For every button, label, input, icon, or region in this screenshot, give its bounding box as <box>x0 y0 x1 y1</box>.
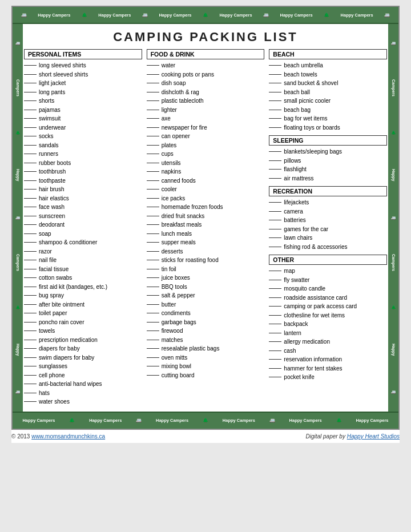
list-item: socks <box>24 132 142 141</box>
page-title: CAMPING PACKING LIST <box>24 24 387 49</box>
list-item: mosquito candle <box>269 285 387 293</box>
main-content: CAMPING PACKING LIST PERSONAL ITEMS long… <box>24 24 387 412</box>
top-border: 🚐 Happy Campers 🌲 Happy Campers 🚐 Happy … <box>13 7 398 24</box>
list-item: lantern <box>269 329 387 338</box>
list-item: toothbrush <box>24 168 142 176</box>
list-item: beach towels <box>269 71 387 79</box>
list-item: firewood <box>147 327 265 336</box>
list-item: backpack <box>269 320 387 329</box>
list-item: condiments <box>147 309 265 318</box>
list-item: beach ball <box>269 88 387 97</box>
list-item: allergy medication <box>269 338 387 346</box>
list-item: fly swatter <box>269 276 387 285</box>
list-item: homemade frozen foods <box>147 203 265 212</box>
list-item: toilet paper <box>24 309 142 318</box>
list-item: camping or park access card <box>269 303 387 311</box>
list-item: salt & pepper <box>147 292 265 300</box>
list-item: poncho rain cover <box>24 319 142 327</box>
border-camper-2: 🚐 <box>142 13 148 18</box>
list-item: after bite ointment <box>24 301 142 309</box>
list-item: can opener <box>147 132 265 141</box>
list-item: dish soap <box>147 79 265 88</box>
list-item: camera <box>269 208 387 216</box>
list-item: short sleeved shirts <box>24 71 142 79</box>
list-item: shorts <box>24 97 142 106</box>
list-item: oven mitts <box>147 354 265 362</box>
other-list: map fly swatter mosquito candle roadside… <box>269 267 387 382</box>
list-item: pillows <box>269 157 387 166</box>
list-item: sand bucket & shovel <box>269 79 387 88</box>
list-item: air mattress <box>269 175 387 183</box>
list-item: beach bag <box>269 106 387 115</box>
list-item: roadside assistance card <box>269 294 387 303</box>
list-item: hats <box>24 389 142 398</box>
list-item: matches <box>147 336 265 345</box>
list-item: small picnic cooler <box>269 97 387 106</box>
bottom-border: Happy Campers 🌲 Happy Campers 🚐 Happy Ca… <box>13 412 398 429</box>
border-tree-3: 🌲 <box>324 13 329 18</box>
recreation-list: lifejackets camera batteries games for t… <box>269 199 387 251</box>
page-wrapper: 🚐 Happy Campers 🌲 Happy Campers 🚐 Happy … <box>11 6 400 430</box>
copyright-text: © 2013 www.momsandmunchkins.ca <box>11 433 105 440</box>
list-item: desserts <box>147 248 265 256</box>
list-item: prescription medication <box>24 336 142 345</box>
list-item: hair brush <box>24 186 142 194</box>
list-item: swim diapers for baby <box>24 354 142 362</box>
list-item: bug spray <box>24 292 142 300</box>
list-item: floating toys or boards <box>269 124 387 132</box>
list-item: blankets/sleeping bags <box>269 148 387 156</box>
list-item: nail file <box>24 256 142 265</box>
list-item: mixing bowl <box>147 362 265 371</box>
list-item: underwear <box>24 124 142 132</box>
list-item: deodorant <box>24 221 142 229</box>
list-item: lifejackets <box>269 199 387 207</box>
list-item: cooler <box>147 186 265 194</box>
list-item: shampoo & conditioner <box>24 239 142 247</box>
list-item: map <box>269 267 387 276</box>
border-label-4: Happy Campers <box>219 13 252 18</box>
list-item: lawn chairs <box>269 234 387 243</box>
list-item: pocket knife <box>269 373 387 382</box>
list-item: flashlight <box>269 166 387 174</box>
list-item: hammer for tent stakes <box>269 365 387 373</box>
list-item: fishing rod & accessories <box>269 243 387 252</box>
list-item: cotton swabs <box>24 274 142 283</box>
list-item: sunglasses <box>24 362 142 371</box>
sleeping-header: SLEEPING <box>269 135 387 146</box>
list-item: sandals <box>24 142 142 150</box>
border-camper-3: 🚐 <box>263 13 269 18</box>
food-column: FOOD & DRINK water cooking pots or pans … <box>147 49 265 407</box>
border-tree: 🌲 <box>82 13 87 18</box>
list-item: pajamas <box>24 106 142 115</box>
right-column: BEACH beach umbrella beach towels sand b… <box>269 49 387 407</box>
list-item: rubber boots <box>24 159 142 168</box>
list-item: ice packs <box>147 195 265 203</box>
studio-link[interactable]: Happy Heart Studios <box>347 433 400 440</box>
list-item: cups <box>147 150 265 159</box>
list-item: resealable plastic bags <box>147 345 265 353</box>
list-item: bag for wet items <box>269 115 387 123</box>
list-item: plastic tablecloth <box>147 97 265 106</box>
beach-header: BEACH <box>269 49 387 59</box>
list-item: plates <box>147 142 265 150</box>
list-item: clothesline for wet items <box>269 312 387 320</box>
list-item: cooking pots or pans <box>147 71 265 79</box>
list-item: razor <box>24 248 142 256</box>
list-item: facial tissue <box>24 265 142 274</box>
list-item: diapers for baby <box>24 345 142 353</box>
food-list: water cooking pots or pans dish soap dis… <box>147 62 265 380</box>
food-header: FOOD & DRINK <box>147 49 265 59</box>
list-item: runners <box>24 150 142 159</box>
list-item: cell phone <box>24 372 142 380</box>
personal-list: long sleeved shirts short sleeved shirts… <box>24 62 142 406</box>
list-item: water <box>147 62 265 70</box>
list-item: lighter <box>147 106 265 115</box>
list-item: games for the car <box>269 225 387 234</box>
list-item: reservation information <box>269 356 387 364</box>
border-label-5: Happy Campers <box>280 13 313 18</box>
website-link[interactable]: www.momsandmunchkins.ca <box>31 433 105 440</box>
digital-credit: Digital paper by Happy Heart Studios <box>305 433 400 440</box>
list-item: BBQ tools <box>147 283 265 292</box>
list-item: dried fruit snacks <box>147 212 265 221</box>
list-item: butter <box>147 301 265 309</box>
